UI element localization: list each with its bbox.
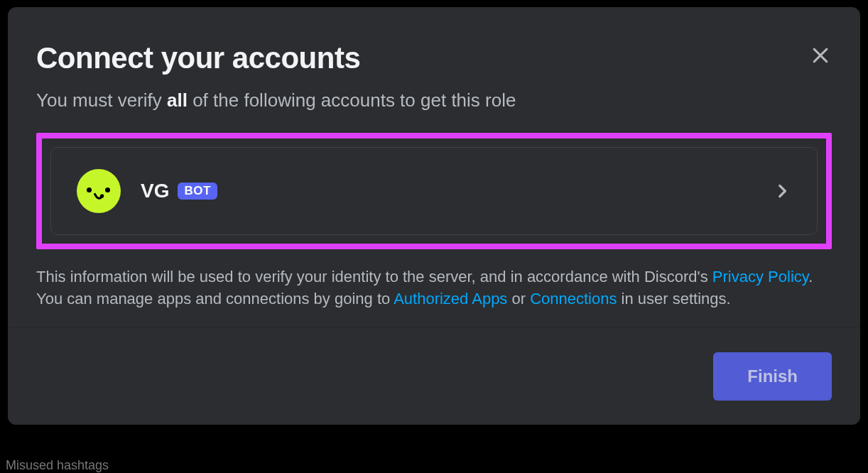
- subtitle-post: of the following accounts to get this ro…: [188, 89, 516, 111]
- svg-point-2: [100, 194, 104, 197]
- account-left: VG BOT: [77, 169, 217, 213]
- finish-button[interactable]: Finish: [713, 352, 832, 401]
- modal-header: Connect your accounts: [36, 41, 832, 75]
- modal-footer: Finish: [8, 327, 860, 425]
- bot-badge: BOT: [178, 183, 217, 200]
- modal-subtitle: You must verify all of the following acc…: [36, 89, 832, 112]
- disclaimer-part-1: This information will be used to verify …: [36, 268, 712, 286]
- connections-link[interactable]: Connections: [530, 290, 617, 308]
- close-button[interactable]: [809, 44, 832, 67]
- disclaimer-part-4: in user settings.: [617, 290, 730, 308]
- authorized-apps-link[interactable]: Authorized Apps: [394, 290, 507, 308]
- connect-accounts-modal: Connect your accounts You must verify al…: [8, 7, 860, 425]
- background-text: Misused hashtags: [6, 458, 109, 473]
- privacy-policy-link[interactable]: Privacy Policy: [712, 268, 808, 286]
- account-name-wrap: VG BOT: [141, 180, 217, 202]
- accounts-highlight: VG BOT: [36, 133, 832, 249]
- subtitle-bold: all: [167, 89, 188, 111]
- account-row-vg[interactable]: VG BOT: [50, 147, 818, 235]
- avatar-face-icon: [77, 169, 121, 213]
- disclaimer-text: This information will be used to verify …: [36, 266, 832, 310]
- disclaimer-part-3: or: [507, 290, 530, 308]
- account-avatar: [77, 169, 121, 213]
- subtitle-pre: You must verify: [36, 89, 167, 111]
- modal-title: Connect your accounts: [36, 41, 360, 75]
- chevron-right-icon: [773, 182, 791, 200]
- modal-body: Connect your accounts You must verify al…: [8, 7, 860, 327]
- account-name: VG: [141, 180, 169, 202]
- close-icon: [810, 45, 831, 66]
